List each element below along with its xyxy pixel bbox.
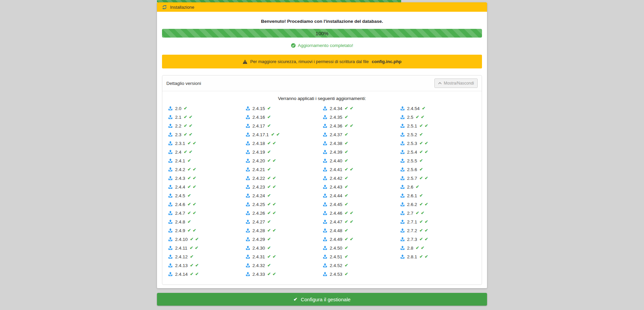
version-item: 2.6.2✔✔ bbox=[399, 200, 477, 209]
check-icon: ✔ bbox=[345, 272, 348, 276]
version-checks: ✔ bbox=[267, 220, 271, 224]
check-icon: ✔ bbox=[193, 185, 196, 189]
version-checks: ✔ bbox=[267, 194, 271, 198]
version-label: 2.4.37 bbox=[330, 132, 342, 137]
check-icon: ✔ bbox=[184, 106, 187, 111]
version-label: 2.4.23 bbox=[253, 185, 265, 190]
upload-icon bbox=[168, 115, 173, 119]
upload-icon bbox=[323, 115, 327, 119]
version-label: 2.5.2 bbox=[407, 132, 417, 137]
upload-icon bbox=[168, 193, 173, 198]
upload-icon bbox=[400, 202, 405, 207]
version-item: 2.8.1✔✔ bbox=[399, 252, 477, 261]
version-checks: ✔✔ bbox=[187, 228, 196, 233]
version-checks: ✔✔ bbox=[190, 246, 199, 250]
check-icon: ✔ bbox=[350, 167, 353, 172]
check-icon: ✔ bbox=[267, 255, 271, 259]
version-label: 2.5.7 bbox=[407, 176, 417, 181]
check-icon: ✔ bbox=[345, 115, 348, 119]
check-icon: ✔ bbox=[190, 272, 194, 276]
upload-icon bbox=[168, 272, 173, 276]
version-column: 2.0✔2.1✔✔2.2✔✔2.3✔✔2.3.1✔✔2.4✔✔2.4.1✔2.4… bbox=[167, 104, 245, 278]
version-checks: ✔✔ bbox=[267, 141, 276, 146]
check-icon: ✔ bbox=[420, 133, 423, 137]
success-message: Aggiornamento completato! bbox=[162, 43, 482, 48]
version-item: 2.4.20✔✔ bbox=[245, 156, 322, 165]
version-checks: ✔✔ bbox=[267, 255, 276, 259]
check-icon: ✔ bbox=[189, 124, 192, 128]
version-label: 2.4.6 bbox=[175, 202, 185, 207]
version-label: 2.4.27 bbox=[253, 219, 265, 224]
version-item: 2.4.11✔✔ bbox=[167, 244, 245, 252]
version-item: 2.4✔✔ bbox=[167, 148, 245, 156]
progress-label: 100% bbox=[316, 31, 328, 36]
check-icon: ✔ bbox=[345, 133, 348, 137]
check-icon: ✔ bbox=[416, 185, 419, 189]
version-checks: ✔ bbox=[345, 133, 348, 137]
upload-icon bbox=[246, 106, 250, 111]
upload-icon bbox=[246, 254, 250, 259]
version-item: 2.4.54✔ bbox=[399, 104, 477, 113]
check-icon: ✔ bbox=[193, 176, 196, 180]
check-icon: ✔ bbox=[273, 255, 276, 259]
version-item: 2.7.3✔✔ bbox=[399, 235, 477, 244]
upload-icon bbox=[168, 141, 173, 146]
version-label: 2.4.2 bbox=[175, 167, 185, 172]
warning-icon bbox=[243, 59, 248, 64]
upload-icon bbox=[323, 219, 327, 224]
version-checks: ✔✔ bbox=[420, 237, 428, 242]
success-text: Aggiornamento completato! bbox=[298, 43, 353, 48]
check-icon: ✔ bbox=[420, 124, 423, 128]
version-checks: ✔✔ bbox=[420, 150, 428, 154]
upload-icon bbox=[323, 211, 327, 215]
version-checks: ✔✔ bbox=[420, 228, 428, 233]
upload-icon bbox=[400, 219, 405, 224]
check-icon: ✔ bbox=[420, 150, 423, 154]
version-checks: ✔ bbox=[345, 185, 348, 189]
version-label: 2.4.21 bbox=[253, 167, 265, 172]
version-item: 2.4.43✔ bbox=[322, 183, 399, 191]
upload-icon bbox=[323, 237, 327, 242]
version-checks: ✔✔ bbox=[190, 272, 199, 276]
check-icon: ✔ bbox=[345, 202, 348, 207]
version-label: 2.4.3 bbox=[175, 176, 185, 181]
version-item: 2.4.51✔ bbox=[322, 252, 399, 261]
upload-icon bbox=[323, 167, 327, 172]
version-checks: ✔ bbox=[187, 220, 191, 224]
upload-icon bbox=[246, 228, 250, 233]
version-item: 2.5.6✔ bbox=[399, 165, 477, 174]
check-icon: ✔ bbox=[187, 176, 191, 180]
check-icon: ✔ bbox=[425, 202, 428, 207]
upload-icon bbox=[168, 176, 173, 180]
version-label: 2.4.15 bbox=[253, 106, 265, 111]
version-checks: ✔ bbox=[345, 141, 348, 146]
check-icon: ✔ bbox=[187, 211, 191, 215]
version-checks: ✔ bbox=[267, 115, 271, 119]
version-item: 2.4.27✔ bbox=[245, 217, 322, 226]
upload-icon bbox=[323, 228, 327, 233]
upload-icon bbox=[168, 150, 173, 154]
installer-title: Installazione bbox=[170, 5, 194, 10]
upload-icon bbox=[323, 254, 327, 259]
version-checks: ✔✔ bbox=[184, 124, 193, 128]
check-icon: ✔ bbox=[267, 115, 271, 119]
check-icon: ✔ bbox=[267, 106, 271, 111]
check-icon: ✔ bbox=[425, 237, 428, 242]
check-icon: ✔ bbox=[273, 141, 276, 146]
version-checks: ✔✔ bbox=[187, 211, 196, 215]
version-label: 2.4.46 bbox=[330, 211, 342, 216]
toggle-versions-button[interactable]: Mostra/Nascondi bbox=[434, 79, 478, 88]
version-label: 2.4 bbox=[175, 150, 181, 155]
check-icon: ✔ bbox=[193, 228, 196, 233]
check-icon: ✔ bbox=[273, 202, 276, 207]
check-circle-icon bbox=[291, 43, 296, 48]
version-checks: ✔✔ bbox=[416, 211, 424, 215]
top-progress-strip bbox=[157, 0, 401, 2]
check-icon: ✔ bbox=[420, 141, 423, 146]
version-item: 2.4.4✔✔ bbox=[167, 183, 245, 191]
configure-button[interactable]: ✔ Configura il gestionale bbox=[157, 293, 487, 306]
version-label: 2.4.39 bbox=[330, 150, 342, 155]
version-checks: ✔✔ bbox=[187, 167, 196, 172]
check-icon: ✔ bbox=[193, 211, 196, 215]
upload-icon bbox=[168, 263, 173, 268]
